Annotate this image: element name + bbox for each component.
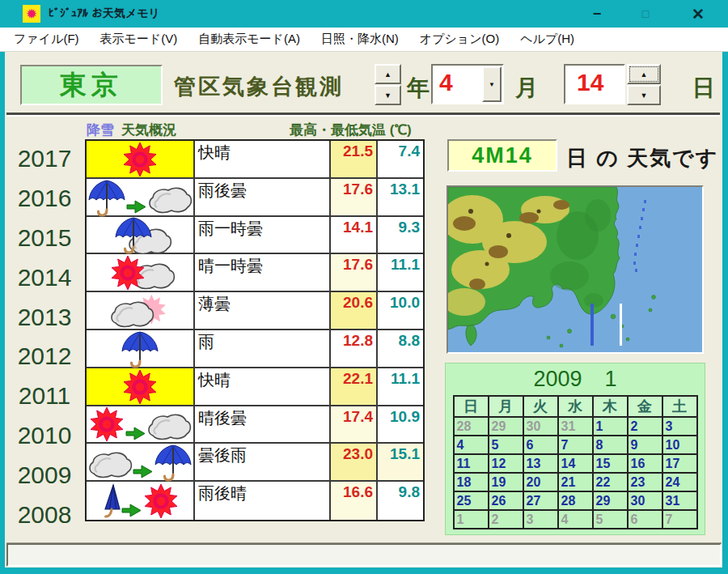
year-row-label: 2014 [8,257,81,297]
menu-item-options[interactable]: オプション(O) [409,28,510,52]
calendar-day[interactable]: 22 [593,473,628,491]
calendar-day[interactable]: 4 [558,510,593,529]
separator-line [6,113,720,115]
calendar-grid: 日月火水木金土282930311234567891011121314151617… [453,395,698,529]
menu-item-file[interactable]: ファイル(F) [3,28,90,52]
weather-table-row: 晴一時曇17.611.1 [87,254,423,292]
calendar-weekday-header: 金 [628,396,662,417]
arrow-icon [122,504,141,517]
calendar-day[interactable]: 17 [662,454,697,473]
calendar-day[interactable]: 29 [593,491,628,510]
day-label: 日 [692,73,715,104]
minimize-button[interactable]: − [579,0,615,28]
calendar-day[interactable]: 5 [489,436,523,454]
calendar-day[interactable]: 15 [593,454,628,473]
year-row-label: 2013 [8,297,81,337]
weather-table-row: 晴後曇17.410.9 [87,406,423,444]
max-temp-value: 12.8 [331,330,378,367]
calendar-day[interactable]: 7 [662,510,697,529]
calendar-day[interactable]: 13 [523,454,558,473]
calendar-day[interactable]: 30 [628,491,662,510]
weather-table-row: 雨一時曇14.19.3 [87,217,423,255]
calendar-weekday-header: 土 [662,396,697,417]
sun-cloud-icon [112,256,174,290]
day-spinner: ▲ ▼ [627,64,661,106]
calendar-day[interactable]: 18 [454,473,489,491]
menu-item-help[interactable]: ヘルプ(H) [510,28,585,52]
year-column: 2017201620152014201320122011201020092008 [8,139,81,534]
calendar-day[interactable]: 20 [523,473,558,491]
weather-icon-cell [87,254,195,291]
calendar-day[interactable]: 29 [489,417,523,436]
max-temp-value: 23.0 [331,444,378,480]
calendar-day[interactable]: 30 [523,417,558,436]
calendar-day[interactable]: 12 [489,454,523,473]
menu-item-view-mode[interactable]: 表示モード(V) [90,28,188,52]
calendar-title: 20091 [446,364,705,392]
calendar-day[interactable]: 1 [593,417,628,436]
menu-item-sunshine-precip[interactable]: 日照・降水(N) [311,28,409,52]
calendar-day[interactable]: 19 [489,473,523,491]
day-up-button[interactable]: ▲ [627,64,661,84]
day-down-button[interactable]: ▼ [627,85,661,105]
year-label: 年 [407,73,430,104]
calendar-day[interactable]: 16 [628,454,662,473]
calendar-day[interactable]: 9 [628,436,662,454]
calendar-day[interactable]: 28 [454,417,489,436]
calendar-weekday-header: 月 [489,396,523,417]
close-button[interactable]: ✕ [678,0,718,28]
calendar-day[interactable]: 31 [662,491,697,510]
window-border-left [0,52,5,574]
calendar-day[interactable]: 23 [628,473,662,491]
weather-icon-cell [87,406,195,443]
calendar-day[interactable]: 1 [454,510,489,529]
weather-icon-cell [87,292,195,329]
calendar-day[interactable]: 21 [558,473,593,491]
calendar-day[interactable]: 11 [454,454,489,473]
cloud-hazysun-icon [112,295,166,327]
calendar-day[interactable]: 31 [558,417,593,436]
weather-icon-cell [87,179,195,215]
calendar-day[interactable]: 25 [454,491,489,510]
calendar-day[interactable]: 2 [628,417,662,436]
year-row-label: 2010 [8,416,81,456]
calendar-day[interactable]: 26 [489,491,523,510]
calendar-day[interactable]: 5 [593,510,628,529]
min-temp-value: 10.0 [378,292,423,329]
umbrella-icon [89,181,125,215]
year-up-button[interactable]: ▲ [375,64,401,84]
calendar-day[interactable]: 3 [523,510,558,529]
sun-icon [145,484,177,518]
year-row-label: 2017 [8,139,81,179]
weather-table-row: 薄曇20.610.0 [87,292,423,330]
date-code-display: 4M14 [447,139,557,172]
calendar-day[interactable]: 14 [558,454,593,473]
calendar-panel: 20091 日月火水木金土282930311234567891011121314… [445,363,705,535]
calendar-day[interactable]: 10 [662,436,697,454]
year-row-label: 2009 [8,455,81,495]
weather-icon-cell [87,217,195,253]
calendar-day[interactable]: 27 [523,491,558,510]
year-down-button[interactable]: ▼ [375,85,401,105]
calendar-day[interactable]: 24 [662,473,697,491]
calendar-day[interactable]: 7 [558,436,593,454]
maximize-button[interactable]: □ [628,0,663,28]
calendar-day[interactable]: 2 [489,510,523,529]
calendar-day[interactable]: 6 [628,510,662,529]
calendar-day[interactable]: 3 [662,417,697,436]
weather-description: 薄曇 [195,292,331,329]
calendar-day[interactable]: 6 [523,436,558,454]
calendar-day[interactable]: 8 [593,436,628,454]
calendar-day[interactable]: 28 [558,491,593,510]
observatory-label: 管区気象台観測 [174,72,344,101]
menu-item-auto-view-mode[interactable]: 自動表示モード(A) [188,28,311,52]
location-display: 東京 [20,65,163,105]
min-temp-value: 9.3 [378,217,423,253]
calendar-day[interactable]: 4 [454,436,489,454]
weather-description: 晴後曇 [195,406,331,443]
arrow-icon [127,201,146,213]
day-field[interactable]: 14 [564,64,625,104]
month-dropdown-icon[interactable]: ▼ [482,66,502,102]
month-combobox[interactable]: 4 ▼ [431,64,504,104]
weather-description: 快晴 [195,141,331,177]
